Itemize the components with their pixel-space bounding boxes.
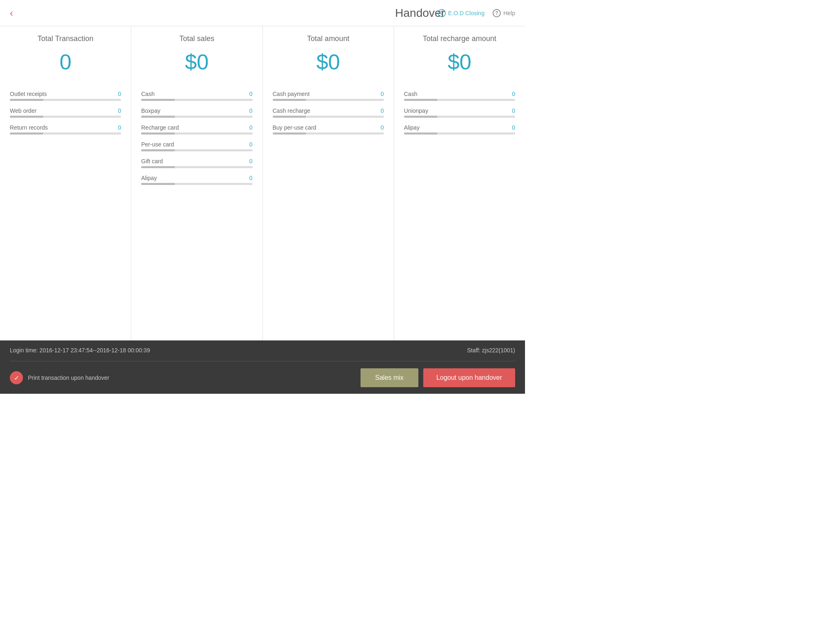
progress-bar	[404, 132, 515, 135]
footer-divider	[10, 361, 515, 361]
help-icon: ?	[493, 9, 501, 17]
eod-label: E.O.D Closing	[448, 10, 485, 16]
help-button[interactable]: ? Help	[493, 9, 515, 17]
row-item: Cash payment0	[273, 91, 384, 101]
row-value: 0	[249, 107, 253, 114]
progress-bar	[273, 99, 384, 101]
row-item: Outlet receipts0	[10, 91, 121, 101]
progress-bar	[141, 149, 252, 151]
total-transaction-value: 0	[10, 50, 121, 81]
print-label: Print transaction upon handover	[28, 374, 109, 381]
progress-bar	[404, 99, 515, 101]
row-label: Outlet receipts	[10, 91, 47, 97]
row-label: Cash	[141, 91, 155, 97]
row-item: Cash0	[141, 91, 252, 101]
total-amount-value: $0	[273, 50, 384, 81]
row-item: Alipay0	[404, 124, 515, 135]
column-total-recharge: Total recharge amount$0Cash0Unionpay0Ali…	[394, 26, 525, 340]
row-label: Boxpay	[141, 107, 160, 114]
row-label: Return records	[10, 124, 48, 131]
row-value: 0	[381, 124, 384, 131]
sales-mix-button[interactable]: Sales mix	[361, 368, 418, 387]
header-actions: ? E.O.D Closing ? Help	[438, 9, 516, 17]
footer-info: Login time: 2016-12-17 23:47:54--2016-12…	[10, 347, 515, 354]
progress-bar	[404, 116, 515, 118]
row-value: 0	[249, 141, 253, 148]
row-item: Per-use card0	[141, 141, 252, 151]
total-recharge-header: Total recharge amount	[404, 34, 515, 43]
row-value: 0	[512, 124, 515, 131]
row-value: 0	[249, 124, 253, 131]
staff-info: Staff: zjs222(1001)	[467, 347, 515, 354]
login-time: Login time: 2016-12-17 23:47:54--2016-12…	[10, 347, 150, 354]
footer-actions: ✓ Print transaction upon handover Sales …	[10, 368, 515, 387]
row-item: Recharge card0	[141, 124, 252, 135]
row-label: Recharge card	[141, 124, 179, 131]
progress-bar	[141, 183, 252, 185]
row-item: Unionpay0	[404, 107, 515, 118]
print-toggle-button[interactable]: ✓	[10, 371, 23, 384]
help-label: Help	[503, 10, 515, 16]
row-item: Gift card0	[141, 158, 252, 168]
row-label: Gift card	[141, 158, 163, 164]
row-value: 0	[249, 91, 253, 97]
progress-bar	[273, 116, 384, 118]
logout-button[interactable]: Logout upon handover	[423, 368, 515, 387]
row-item: Cash recharge0	[273, 107, 384, 118]
progress-bar	[141, 132, 252, 135]
row-label: Web order	[10, 107, 37, 114]
footer: Login time: 2016-12-17 23:47:54--2016-12…	[0, 340, 525, 394]
row-label: Unionpay	[404, 107, 428, 114]
progress-bar	[141, 166, 252, 168]
total-sales-value: $0	[141, 50, 252, 81]
row-item: Boxpay0	[141, 107, 252, 118]
row-value: 0	[118, 107, 121, 114]
row-label: Alipay	[141, 175, 157, 181]
row-value: 0	[249, 175, 253, 181]
row-value: 0	[249, 158, 253, 164]
row-label: Cash payment	[273, 91, 310, 97]
back-button[interactable]: ‹	[10, 7, 13, 19]
checkmark-icon: ✓	[14, 374, 19, 382]
progress-bar	[273, 132, 384, 135]
row-value: 0	[512, 107, 515, 114]
row-label: Per-use card	[141, 141, 174, 148]
print-section: ✓ Print transaction upon handover	[10, 371, 109, 384]
row-value: 0	[381, 107, 384, 114]
column-total-amount: Total amount$0Cash payment0Cash recharge…	[263, 26, 394, 340]
main-content: Total Transaction0Outlet receipts0Web or…	[0, 26, 525, 340]
total-sales-header: Total sales	[141, 34, 252, 43]
progress-bar	[10, 132, 121, 135]
row-value: 0	[118, 91, 121, 97]
row-value: 0	[118, 124, 121, 131]
total-transaction-header: Total Transaction	[10, 34, 121, 43]
row-label: Cash	[404, 91, 418, 97]
column-total-transaction: Total Transaction0Outlet receipts0Web or…	[0, 26, 131, 340]
row-item: Return records0	[10, 124, 121, 135]
progress-bar	[141, 116, 252, 118]
row-value: 0	[381, 91, 384, 97]
column-total-sales: Total sales$0Cash0Boxpay0Recharge card0P…	[131, 26, 262, 340]
row-item: Alipay0	[141, 175, 252, 185]
total-recharge-value: $0	[404, 50, 515, 81]
page-title: Handover	[395, 7, 445, 20]
row-item: Buy per-use card0	[273, 124, 384, 135]
row-item: Cash0	[404, 91, 515, 101]
row-item: Web order0	[10, 107, 121, 118]
progress-bar	[141, 99, 252, 101]
footer-buttons: Sales mix Logout upon handover	[361, 368, 516, 387]
row-label: Buy per-use card	[273, 124, 317, 131]
total-amount-header: Total amount	[273, 34, 384, 43]
row-value: 0	[512, 91, 515, 97]
row-label: Alipay	[404, 124, 420, 131]
header: ‹ Handover ? E.O.D Closing ? Help	[0, 0, 525, 26]
row-label: Cash recharge	[273, 107, 310, 114]
progress-bar	[10, 116, 121, 118]
progress-bar	[10, 99, 121, 101]
